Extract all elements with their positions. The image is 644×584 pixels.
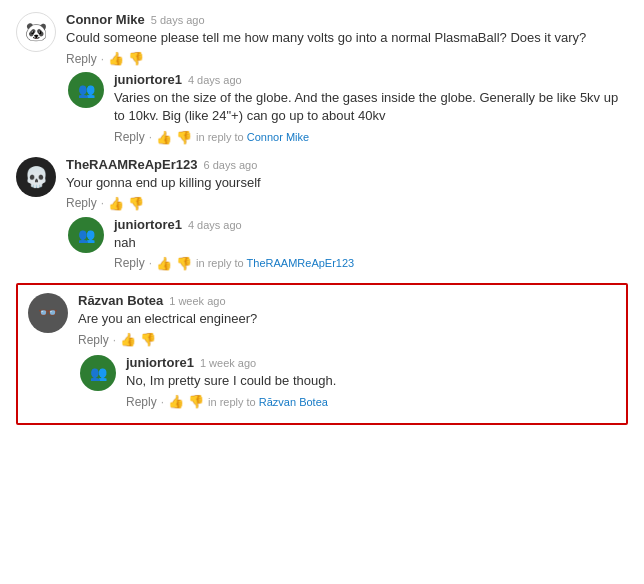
thumbup-icon-r2-1[interactable]: 👍 <box>156 256 172 271</box>
dot-1: · <box>101 52 104 66</box>
replies-indent-2: 👥 juniortore1 4 days ago nah Reply · 👍 👎… <box>68 217 628 271</box>
thumbup-icon-3[interactable]: 👍 <box>120 332 136 347</box>
avatar-skull: 💀 <box>16 157 56 197</box>
timestamp-1: 5 days ago <box>151 14 205 26</box>
reply-header-2-1: juniortore1 4 days ago <box>114 217 628 232</box>
dot-r1-1: · <box>149 130 152 144</box>
reply-button-1-1[interactable]: Reply <box>114 130 145 144</box>
comment-text-2: Your gonna end up killing yourself <box>66 174 628 192</box>
reply-button-3-1[interactable]: Reply <box>126 395 157 409</box>
reply-body-3-1: juniortore1 1 week ago No, Im pretty sur… <box>126 355 616 409</box>
reply-actions-1-1: Reply · 👍 👎 in reply to Connor Mike <box>114 130 628 145</box>
username-juniortore-3: juniortore1 <box>126 355 194 370</box>
reply-button-2[interactable]: Reply <box>66 196 97 210</box>
username-razvan: Răzvan Botea <box>78 293 163 308</box>
reply-text-1-1: Varies on the size of the globe. And the… <box>114 89 628 125</box>
reply-button-3[interactable]: Reply <box>78 333 109 347</box>
reply-header-1-1: juniortore1 4 days ago <box>114 72 628 87</box>
thumbdown-icon-r1-1[interactable]: 👎 <box>176 130 192 145</box>
comment-text-3: Are you an electrical engineer? <box>78 310 616 328</box>
reply-actions-3-1: Reply · 👍 👎 in reply to Răzvan Botea <box>126 394 616 409</box>
timestamp-reply-3-1: 1 week ago <box>200 357 256 369</box>
timestamp-3: 1 week ago <box>169 295 225 307</box>
reply-header-3-1: juniortore1 1 week ago <box>126 355 616 370</box>
reply-body-1-1: juniortore1 4 days ago Varies on the siz… <box>114 72 628 144</box>
thumbdown-icon-r3-1[interactable]: 👎 <box>188 394 204 409</box>
replies-indent-1: 👥 juniortore1 4 days ago Varies on the s… <box>68 72 628 144</box>
thumbup-icon-1[interactable]: 👍 <box>108 51 124 66</box>
username-juniortore-1: juniortore1 <box>114 72 182 87</box>
thumbdown-icon-2[interactable]: 👎 <box>128 196 144 211</box>
thumbdown-icon-1[interactable]: 👎 <box>128 51 144 66</box>
reply-text-2-1: nah <box>114 234 628 252</box>
in-reply-to-3-1: in reply to Răzvan Botea <box>208 396 328 408</box>
comment-row-3: 👓 Răzvan Botea 1 week ago Are you an ele… <box>28 293 616 347</box>
comment-body-3: Răzvan Botea 1 week ago Are you an elect… <box>78 293 616 347</box>
replies-indent-3: 👥 juniortore1 1 week ago No, Im pretty s… <box>80 355 616 409</box>
highlighted-comment-thread: 👓 Răzvan Botea 1 week ago Are you an ele… <box>16 283 628 425</box>
dot-2: · <box>101 196 104 210</box>
reply-actions-2-1: Reply · 👍 👎 in reply to TheRAAMReApEr123 <box>114 256 628 271</box>
timestamp-reply-2-1: 4 days ago <box>188 219 242 231</box>
in-reply-to-link-3-1[interactable]: Răzvan Botea <box>259 396 328 408</box>
timestamp-2: 6 days ago <box>203 159 257 171</box>
username-juniortore-2: juniortore1 <box>114 217 182 232</box>
thumbup-icon-r3-1[interactable]: 👍 <box>168 394 184 409</box>
comment-row-1: 🐼 Connor Mike 5 days ago Could someone p… <box>16 12 628 66</box>
thumbup-icon-r1-1[interactable]: 👍 <box>156 130 172 145</box>
avatar-juniortore-3: 👥 <box>80 355 116 391</box>
reply-row-3-1: 👥 juniortore1 1 week ago No, Im pretty s… <box>80 355 616 409</box>
in-reply-to-2-1: in reply to TheRAAMReApEr123 <box>196 257 354 269</box>
comment-actions-1: Reply · 👍 👎 <box>66 51 628 66</box>
comment-header-1: Connor Mike 5 days ago <box>66 12 628 27</box>
comment-thread-2: 💀 TheRAAMReApEr123 6 days ago Your gonna… <box>16 157 628 271</box>
dot-r3-1: · <box>161 395 164 409</box>
dot-r2-1: · <box>149 256 152 270</box>
comment-body-1: Connor Mike 5 days ago Could someone ple… <box>66 12 628 66</box>
avatar-razvan: 👓 <box>28 293 68 333</box>
comment-header-2: TheRAAMReApEr123 6 days ago <box>66 157 628 172</box>
comment-header-3: Răzvan Botea 1 week ago <box>78 293 616 308</box>
thumbdown-icon-r2-1[interactable]: 👎 <box>176 256 192 271</box>
comment-text-1: Could someone please tell me how many vo… <box>66 29 628 47</box>
reply-text-3-1: No, Im pretty sure I could be though. <box>126 372 616 390</box>
comment-actions-3: Reply · 👍 👎 <box>78 332 616 347</box>
reply-row-1-1: 👥 juniortore1 4 days ago Varies on the s… <box>68 72 628 144</box>
avatar-connor: 🐼 <box>16 12 56 52</box>
in-reply-to-1-1: in reply to Connor Mike <box>196 131 309 143</box>
thumbup-icon-2[interactable]: 👍 <box>108 196 124 211</box>
comment-actions-2: Reply · 👍 👎 <box>66 196 628 211</box>
comment-body-2: TheRAAMReApEr123 6 days ago Your gonna e… <box>66 157 628 211</box>
in-reply-to-link-1-1[interactable]: Connor Mike <box>247 131 309 143</box>
username-raam: TheRAAMReApEr123 <box>66 157 197 172</box>
reply-row-2-1: 👥 juniortore1 4 days ago nah Reply · 👍 👎… <box>68 217 628 271</box>
in-reply-to-link-2-1[interactable]: TheRAAMReApEr123 <box>247 257 355 269</box>
thumbdown-icon-3[interactable]: 👎 <box>140 332 156 347</box>
dot-3: · <box>113 333 116 347</box>
timestamp-reply-1-1: 4 days ago <box>188 74 242 86</box>
comment-thread-1: 🐼 Connor Mike 5 days ago Could someone p… <box>16 12 628 145</box>
avatar-juniortore-1: 👥 <box>68 72 104 108</box>
comment-row-2: 💀 TheRAAMReApEr123 6 days ago Your gonna… <box>16 157 628 211</box>
reply-body-2-1: juniortore1 4 days ago nah Reply · 👍 👎 i… <box>114 217 628 271</box>
username-connor: Connor Mike <box>66 12 145 27</box>
reply-button-2-1[interactable]: Reply <box>114 256 145 270</box>
avatar-juniortore-2: 👥 <box>68 217 104 253</box>
reply-button-1[interactable]: Reply <box>66 52 97 66</box>
